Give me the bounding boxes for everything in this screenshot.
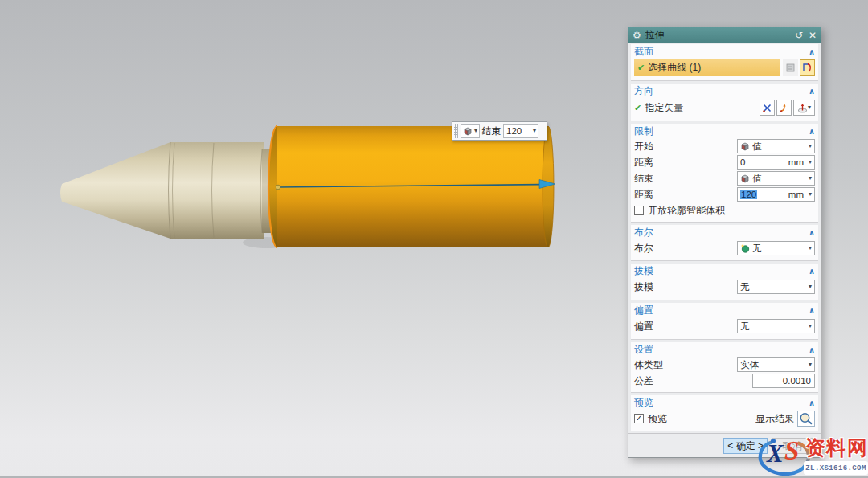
start-distance-unit: mm (788, 157, 804, 167)
boolean-label: 布尔 (634, 242, 653, 255)
green-check-icon: ✔ (634, 103, 641, 112)
section-boolean: 布尔 ∧ 布尔 无 ▾ (631, 225, 818, 261)
close-icon[interactable]: ✕ (809, 30, 817, 41)
offset-value: 无 (740, 321, 806, 333)
watermark-site-url: ZL.XS1616.COM (805, 464, 866, 472)
chevron-up-icon[interactable]: ∧ (809, 127, 815, 136)
section-curve-title: 截面 (634, 45, 653, 59)
section-limits: 限制 ∧ 开始 值 ▾ 距离 (631, 124, 818, 223)
start-distance-label: 距离 (634, 156, 653, 170)
watermark-site-name: 资料网 (805, 435, 868, 461)
tolerance-input[interactable]: 0.0010 (752, 374, 815, 388)
chevron-up-icon[interactable]: ∧ (809, 87, 815, 96)
section-settings-header[interactable]: 设置 ∧ (634, 343, 815, 357)
arrow-origin-handle[interactable] (276, 185, 280, 190)
reverse-vector-button[interactable] (760, 100, 775, 116)
open-profile-checkbox[interactable] (634, 206, 644, 215)
end-type-value: 值 (752, 173, 806, 185)
section-preview-header[interactable]: 预览 ∧ (634, 396, 815, 410)
section-draft-header[interactable]: 拔模 ∧ (634, 264, 815, 278)
vector-constructor-icon (779, 103, 789, 113)
tolerance-value: 0.0010 (783, 376, 811, 386)
end-limit-type-dropdown[interactable]: ▾ (461, 124, 480, 138)
viewport-3d-model[interactable] (0, 0, 611, 478)
chevron-up-icon[interactable]: ∧ (809, 306, 815, 315)
section-curve-header[interactable]: 截面 ∧ (634, 45, 815, 59)
chevron-up-icon[interactable]: ∧ (809, 398, 815, 407)
end-distance-value: 120 (506, 126, 522, 136)
offset-dropdown[interactable]: 无 ▾ (737, 319, 815, 333)
draft-dropdown[interactable]: 无 ▾ (737, 280, 815, 294)
curve-rule-button[interactable] (783, 59, 798, 76)
caret-down-icon: ▾ (809, 323, 812, 329)
show-result-button[interactable] (797, 411, 815, 427)
chevron-up-icon[interactable]: ∧ (809, 345, 815, 354)
end-distance-input[interactable]: 120 mm ▾ (737, 187, 815, 202)
section-draft: 拔模 ∧ 拔模 无 ▾ (631, 264, 818, 300)
draft-value: 无 (740, 281, 806, 293)
crossed-arrows-icon (762, 103, 772, 113)
section-direction: 方向 ∧ ✔指定矢量 (631, 84, 818, 121)
green-check-icon: ✔ (637, 63, 645, 73)
section-settings: 设置 ∧ 体类型 实体 ▾ 公差 0.0010 (631, 342, 818, 393)
caret-down-icon: ▾ (808, 104, 811, 111)
value-cube-icon (463, 126, 473, 136)
boolean-dropdown[interactable]: 无 ▾ (737, 241, 815, 255)
chevron-up-icon[interactable]: ∧ (809, 267, 815, 276)
caret-down-icon: ▾ (809, 245, 812, 251)
section-offset-header[interactable]: 偏置 ∧ (634, 304, 815, 317)
end-distance-input[interactable]: 120 ▾ (503, 124, 538, 138)
cad-application-window: ▾ 结束 120 ▾ ⚙ 拉伸 ↺ ✕ 截面 ∧ ✔ (0, 0, 868, 478)
body-cylinder[interactable] (170, 142, 264, 239)
dialog-titlebar[interactable]: ⚙ 拉伸 ↺ ✕ (628, 27, 821, 43)
end-limit-label: 结束 (482, 125, 501, 137)
section-boolean-header[interactable]: 布尔 ∧ (634, 226, 815, 239)
section-boolean-title: 布尔 (634, 226, 653, 239)
end-distance-unit: mm (788, 190, 804, 199)
sketch-section-icon (802, 62, 813, 73)
section-offset: 偏置 ∧ 偏置 无 ▾ (631, 303, 818, 340)
extrude-dialog: ⚙ 拉伸 ↺ ✕ 截面 ∧ ✔ 选择曲线 (1) (628, 27, 821, 458)
section-direction-title: 方向 (634, 84, 653, 98)
sheet-icon (785, 63, 796, 73)
watermark-letter-s: S (784, 436, 799, 466)
tolerance-label: 公差 (634, 374, 653, 388)
caret-down-icon: ▾ (809, 284, 812, 290)
section-limits-header[interactable]: 限制 ∧ (634, 125, 815, 138)
section-preview-title: 预览 (634, 396, 653, 410)
end-type-dropdown[interactable]: 值 ▾ (737, 171, 815, 186)
offset-label: 偏置 (634, 320, 653, 333)
toolbar-drag-handle[interactable] (454, 124, 458, 138)
start-type-value: 值 (752, 141, 806, 153)
preview-checkbox[interactable]: ✓ (634, 414, 644, 423)
select-curve-label: 选择曲线 (1) (648, 61, 701, 75)
section-settings-title: 设置 (634, 343, 653, 357)
select-curve-field[interactable]: ✔ 选择曲线 (1) (634, 59, 780, 76)
section-draft-title: 拔模 (634, 264, 653, 278)
vector-constructor-button[interactable] (776, 100, 792, 116)
cone-tip[interactable] (60, 142, 170, 239)
section-limits-title: 限制 (634, 125, 653, 138)
sketch-section-button[interactable] (800, 59, 815, 76)
start-distance-input[interactable]: 0 mm ▾ (737, 155, 815, 170)
body-type-dropdown[interactable]: 实体 ▾ (737, 357, 815, 372)
reset-icon[interactable]: ↺ (795, 30, 803, 41)
body-type-value: 实体 (740, 359, 806, 371)
watermark-letter-x: X (767, 439, 784, 468)
chevron-up-icon[interactable]: ∧ (809, 47, 815, 56)
section-direction-header[interactable]: 方向 ∧ (634, 84, 815, 98)
chevron-up-icon[interactable]: ∧ (809, 228, 815, 237)
start-distance-value: 0 (740, 157, 786, 167)
section-preview: 预览 ∧ ✓ 预览 显示结果 (631, 395, 818, 431)
caret-down-icon: ▾ (809, 175, 812, 182)
end-distance-value-selected: 120 (740, 190, 757, 199)
boolean-value: 无 (752, 243, 806, 255)
vector-type-dropdown[interactable]: ▾ (793, 100, 815, 116)
gear-icon: ⚙ (633, 30, 641, 41)
caret-down-icon: ▾ (809, 362, 812, 368)
specify-vector-label: 指定矢量 (645, 102, 683, 113)
start-type-dropdown[interactable]: 值 ▾ (737, 139, 815, 153)
draft-label: 拔模 (634, 280, 653, 294)
caret-down-icon: ▾ (809, 143, 812, 149)
dialog-title: 拉伸 (645, 28, 665, 42)
